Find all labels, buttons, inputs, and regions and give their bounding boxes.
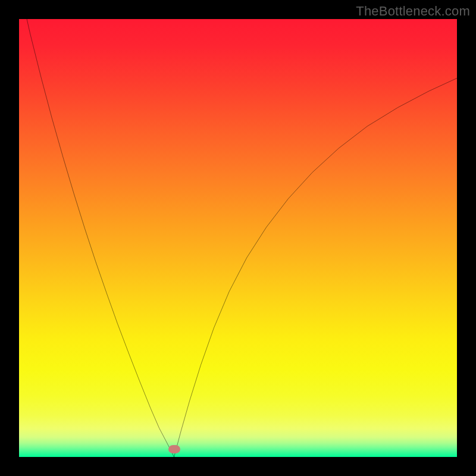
plot-area [19,19,457,457]
chart-frame: TheBottleneck.com [0,0,476,476]
optimum-marker [168,445,180,453]
watermark-label: TheBottleneck.com [356,4,470,19]
bottleneck-curve [19,19,457,457]
